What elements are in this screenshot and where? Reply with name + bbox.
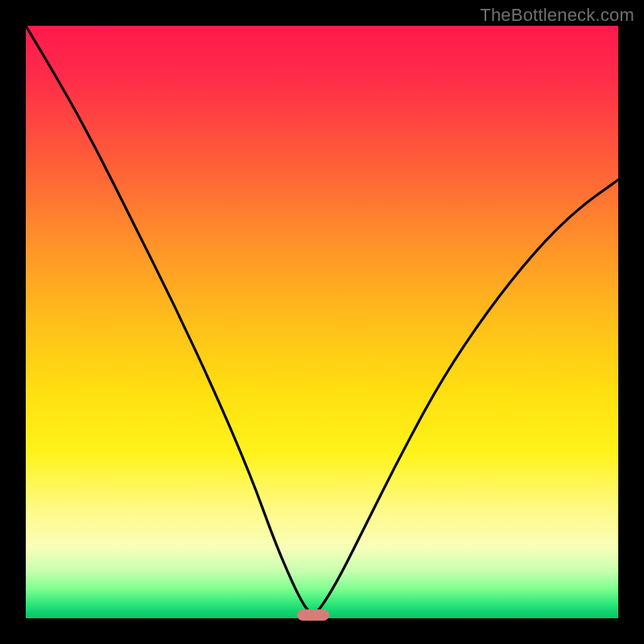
watermark-text: TheBottleneck.com [480, 5, 634, 26]
optimal-marker [297, 609, 329, 621]
chart-frame: TheBottleneck.com [0, 0, 644, 644]
plot-area [26, 26, 618, 618]
bottleneck-curve [26, 26, 618, 618]
